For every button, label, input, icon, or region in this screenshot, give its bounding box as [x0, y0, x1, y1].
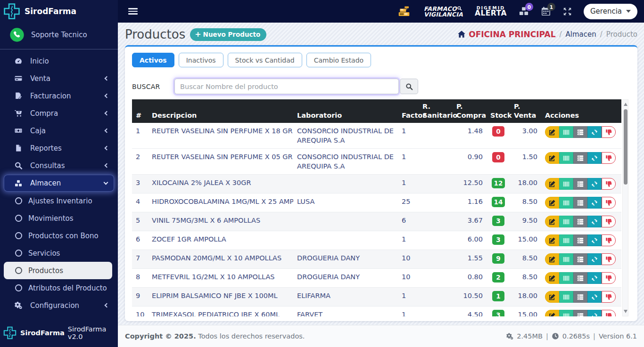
server-button[interactable] [573, 126, 587, 138]
sync-button[interactable] [587, 178, 602, 190]
edit-button[interactable] [545, 234, 559, 246]
edit-button[interactable] [545, 197, 559, 209]
server-button[interactable] [573, 216, 587, 227]
sync-button[interactable] [587, 197, 602, 209]
barcode-button[interactable] [559, 216, 573, 227]
barcode-button[interactable] [559, 126, 573, 138]
thumbs-down-icon [605, 237, 612, 244]
sidebar-subitem-servicios[interactable]: Servicios [0, 244, 118, 262]
calendar-badge: 1 [547, 3, 555, 11]
sync-button[interactable] [587, 152, 602, 164]
sidebar-item-inicio[interactable]: Inicio [0, 52, 118, 70]
search-input[interactable] [174, 79, 399, 94]
breadcrumb-section[interactable]: Almacen [566, 30, 596, 39]
server-button[interactable] [573, 152, 587, 164]
barcode-button[interactable] [559, 310, 573, 316]
server-button[interactable] [573, 291, 587, 303]
sync-button[interactable] [587, 253, 602, 265]
sidebar-subitem-ajustes-inventario[interactable]: Ajustes Inventario [0, 192, 118, 210]
sidebar-subitem-productos-con-bono[interactable]: Productos con Bono [0, 227, 118, 244]
sync-button[interactable] [587, 272, 602, 284]
cell-laboratory: DROGUERIA DANY [293, 250, 398, 269]
sidebar-subitem-atributos-del-producto[interactable]: Atributos del Producto [0, 279, 118, 297]
thumbs-down-button[interactable] [602, 178, 616, 190]
sidebar-item-caja[interactable]: Caja [0, 122, 118, 139]
thumbs-down-button[interactable] [602, 216, 616, 227]
pharmacy-cross-logo-icon [3, 326, 17, 340]
barcode-button[interactable] [559, 272, 573, 284]
breadcrumb-home[interactable]: OFICINA PRINCIPAL [457, 30, 555, 39]
tab-inactivos[interactable]: Inactivos [179, 53, 223, 67]
edit-button[interactable] [545, 216, 559, 227]
search-button[interactable] [400, 79, 418, 94]
edit-button[interactable] [545, 152, 559, 164]
edit-button[interactable] [545, 310, 559, 316]
thumbs-down-button[interactable] [602, 291, 616, 303]
server-button[interactable] [573, 272, 587, 284]
edit-button[interactable] [545, 272, 559, 284]
thumbs-down-button[interactable] [602, 197, 616, 209]
row-actions [545, 152, 618, 164]
thumbs-down-icon [605, 199, 612, 207]
thumbs-down-button[interactable] [602, 234, 616, 246]
hamburger-menu-icon[interactable] [128, 7, 138, 16]
column-header-laboratorio: Laboratorio [293, 99, 398, 123]
user-menu-button[interactable]: Gerencia [584, 4, 637, 19]
thumbs-down-button[interactable] [602, 310, 616, 316]
sidebar-item-almacen[interactable]: Almacen [4, 175, 114, 192]
cell-sale-price: 9.50 [510, 212, 541, 231]
barcode-button[interactable] [559, 197, 573, 209]
thumbs-down-button[interactable] [602, 152, 616, 164]
sync-button[interactable] [587, 234, 602, 246]
barcode-button[interactable] [559, 152, 573, 164]
sync-button[interactable] [587, 126, 602, 138]
sync-button[interactable] [587, 291, 602, 303]
calendar-icon[interactable]: 1 [541, 6, 551, 16]
server-button[interactable] [573, 253, 587, 265]
server-button[interactable] [573, 178, 587, 190]
plus-icon: + [195, 32, 201, 37]
edit-button[interactable] [545, 291, 559, 303]
edit-button[interactable] [545, 126, 559, 138]
scroll-down-icon[interactable] [624, 310, 627, 313]
fullscreen-icon[interactable] [563, 7, 572, 16]
sidebar-item-configuracion[interactable]: Configuracion [0, 297, 118, 314]
cubes-icon[interactable]: 0 [519, 6, 529, 16]
chevron-down-icon [104, 180, 108, 185]
sync-button[interactable] [587, 310, 602, 316]
barcode-button[interactable] [559, 291, 573, 303]
sidebar-subitem-productos[interactable]: Productos [4, 262, 112, 279]
barcode-button[interactable] [559, 253, 573, 265]
table-scrollbar[interactable] [622, 99, 628, 316]
sidebar-item-facturacion[interactable]: Facturacion [0, 87, 118, 105]
farmacovigilancia-logo[interactable]: FARMACO VIGILANCIA [424, 6, 463, 17]
barcode-button[interactable] [559, 178, 573, 190]
thumbs-down-button[interactable] [602, 253, 616, 265]
thumbs-down-icon [605, 180, 612, 188]
sidebar-item-reportes[interactable]: Reportes [0, 139, 118, 157]
sidebar-item-venta[interactable]: Venta [0, 70, 118, 87]
cash-register-icon[interactable] [396, 4, 412, 18]
server-button[interactable] [573, 234, 587, 246]
tab-cambio-estado[interactable]: Cambio Estado [306, 53, 371, 67]
server-button[interactable] [573, 197, 587, 209]
scrollbar-thumb[interactable] [624, 109, 627, 185]
tab-activos[interactable]: Activos [132, 53, 174, 67]
barcode-button[interactable] [559, 234, 573, 246]
new-product-button[interactable]: + Nuevo Producto [190, 28, 266, 41]
edit-icon [548, 199, 556, 207]
edit-button[interactable] [545, 178, 559, 190]
thumbs-down-button[interactable] [602, 272, 616, 284]
scroll-up-icon[interactable] [624, 103, 627, 106]
sidebar-item-compra[interactable]: Compra [0, 105, 118, 122]
cell-sanitary-registry [419, 175, 453, 194]
digemid-alerta-logo[interactable]: DIGEMID ALERTA [475, 6, 507, 17]
sidebar-subitem-movimientos[interactable]: Movimientos [0, 210, 118, 227]
thumbs-down-button[interactable] [602, 126, 616, 138]
sidebar-item-consultas[interactable]: Consultas [0, 157, 118, 174]
support-link[interactable]: Soporte Tecnico [0, 23, 118, 48]
edit-button[interactable] [545, 253, 559, 265]
server-button[interactable] [573, 310, 587, 316]
tab-stock-vs-cantidad[interactable]: Stock vs Cantidad [228, 53, 302, 67]
sync-button[interactable] [587, 216, 602, 227]
